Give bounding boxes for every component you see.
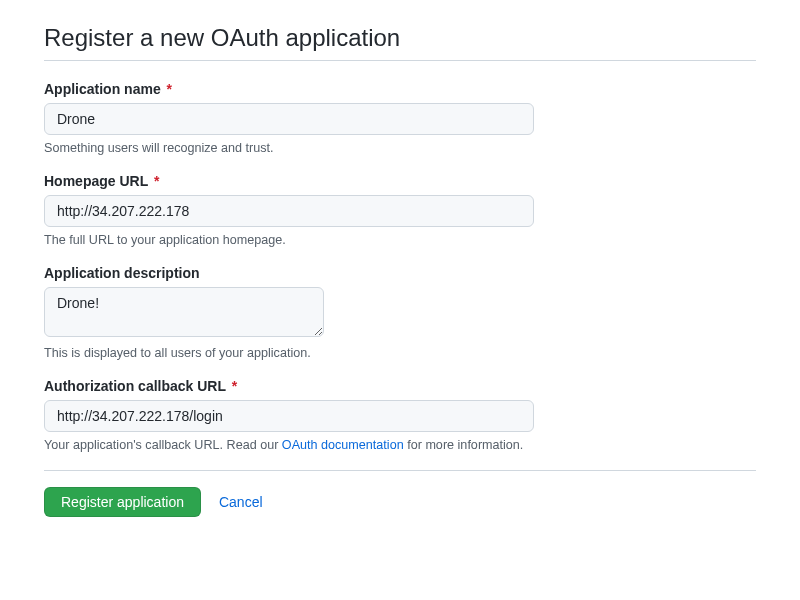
app-name-label: Application name * bbox=[44, 81, 756, 97]
homepage-url-hint: The full URL to your application homepag… bbox=[44, 233, 756, 247]
register-application-button[interactable]: Register application bbox=[44, 487, 201, 517]
required-asterisk-icon: * bbox=[167, 81, 172, 97]
required-asterisk-icon: * bbox=[232, 378, 237, 394]
callback-url-hint: Your application's callback URL. Read ou… bbox=[44, 438, 756, 452]
app-name-hint: Something users will recognize and trust… bbox=[44, 141, 756, 155]
cancel-link[interactable]: Cancel bbox=[219, 494, 263, 510]
callback-url-input[interactable] bbox=[44, 400, 534, 432]
oauth-documentation-link[interactable]: OAuth documentation bbox=[282, 438, 404, 452]
callback-url-hint-suffix: for more information. bbox=[404, 438, 524, 452]
homepage-url-label-text: Homepage URL bbox=[44, 173, 148, 189]
homepage-url-input[interactable] bbox=[44, 195, 534, 227]
page-title: Register a new OAuth application bbox=[44, 24, 756, 61]
form-actions: Register application Cancel bbox=[44, 470, 756, 517]
callback-url-group: Authorization callback URL * Your applic… bbox=[44, 378, 756, 452]
description-input[interactable]: Drone! bbox=[44, 287, 324, 337]
callback-url-label: Authorization callback URL * bbox=[44, 378, 756, 394]
app-name-label-text: Application name bbox=[44, 81, 161, 97]
callback-url-hint-prefix: Your application's callback URL. Read ou… bbox=[44, 438, 282, 452]
description-hint: This is displayed to all users of your a… bbox=[44, 346, 756, 360]
app-name-input[interactable] bbox=[44, 103, 534, 135]
description-group: Application description Drone! This is d… bbox=[44, 265, 756, 360]
homepage-url-label: Homepage URL * bbox=[44, 173, 756, 189]
description-label-text: Application description bbox=[44, 265, 200, 281]
description-label: Application description bbox=[44, 265, 756, 281]
homepage-url-group: Homepage URL * The full URL to your appl… bbox=[44, 173, 756, 247]
required-asterisk-icon: * bbox=[154, 173, 159, 189]
app-name-group: Application name * Something users will … bbox=[44, 81, 756, 155]
callback-url-label-text: Authorization callback URL bbox=[44, 378, 226, 394]
